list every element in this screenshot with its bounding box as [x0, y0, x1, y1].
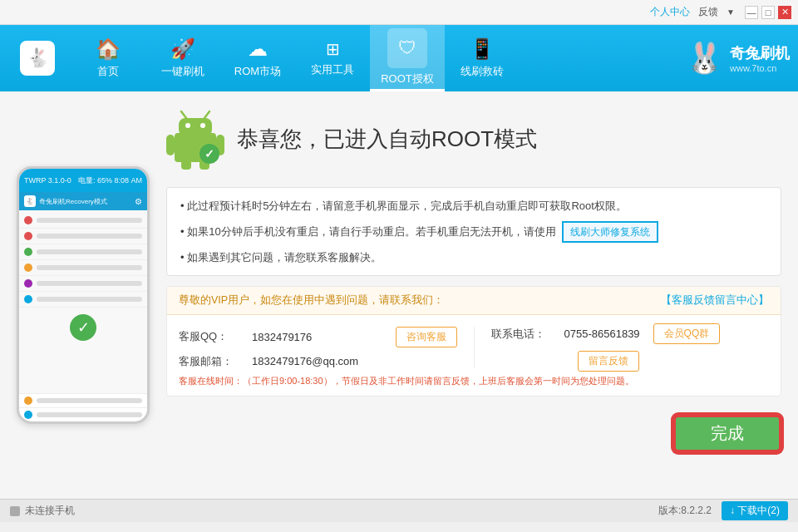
svg-rect-6: [166, 135, 175, 155]
phone-status-right: 电量: 65% 8:08 AM: [78, 175, 142, 186]
phone-app-logo: 🐇: [24, 195, 36, 207]
nav-bar: 🐇 🏠 首页 🚀 一键刷机 ☁ ROM市场 ⊞ 实用工具 🛡 ROOT授权: [0, 25, 798, 91]
close-button[interactable]: ✕: [778, 6, 791, 19]
info-item-1: 此过程预计耗时5分钟左右，请留意手机界面显示，完成后手机自动重启即可获取Root…: [180, 198, 767, 214]
phone-menu-item-5: [19, 276, 147, 292]
brand-url: www.7to.cn: [730, 63, 790, 73]
phone-dot-5: [24, 279, 32, 288]
phone-dot-6: [24, 295, 32, 303]
maximize-button[interactable]: □: [761, 6, 775, 19]
phone-check-icon: ✓: [70, 314, 96, 341]
feedback-center-link[interactable]: 【客服反馈留言中心】: [661, 293, 769, 308]
success-title: 恭喜您，已进入自动ROOT模式: [237, 125, 537, 154]
phone-bottom-item: [19, 393, 147, 407]
vip-phone-value: 0755-86561839: [564, 328, 640, 340]
status-indicator-icon: [10, 506, 20, 516]
phone-menu-item-2: [19, 229, 147, 244]
vip-section: 尊敬的VIP用户，如您在使用中遇到问题，请联系我们： 【客服反馈留言中心】 客服…: [166, 286, 781, 397]
nav-rom-label: ROM市场: [234, 64, 281, 79]
nav-flash-label: 线刷救砖: [461, 64, 504, 79]
brand: 🐰 奇兔刷机 www.7to.cn: [686, 41, 790, 76]
complete-section: 完成: [166, 406, 781, 452]
title-bar-right: 个人中心 反馈 ▼: [650, 5, 735, 19]
flash-icon: 📱: [470, 37, 495, 61]
cloud-icon: ☁: [248, 37, 268, 61]
grid-icon: ⊞: [326, 39, 340, 59]
vip-phone-row2: 留言反馈: [491, 351, 770, 372]
dropdown-icon[interactable]: ▼: [727, 7, 735, 17]
svg-rect-1: [179, 118, 212, 136]
phone-settings-icon: ⚙: [135, 197, 142, 206]
phone-line-6: [37, 297, 142, 302]
vip-header: 尊敬的VIP用户，如您在使用中遇到问题，请联系我们： 【客服反馈留言中心】: [167, 287, 781, 315]
phone-title-bar: 🐇 奇兔刷机Recovery模式 ⚙: [19, 192, 147, 210]
qq-group-button[interactable]: 会员QQ群: [653, 323, 721, 344]
nav-item-home[interactable]: 🏠 首页: [71, 25, 145, 91]
svg-text:✓: ✓: [204, 147, 214, 160]
phone-line-5: [37, 281, 142, 286]
content-area: ✓ 恭喜您，已进入自动ROOT模式 此过程预计耗时5分钟左右，请留意手机界面显示…: [166, 108, 781, 482]
feedback-link[interactable]: 反馈: [698, 5, 718, 19]
nav-home-label: 首页: [97, 64, 119, 79]
nav-items: 🏠 首页 🚀 一键刷机 ☁ ROM市场 ⊞ 实用工具 🛡 ROOT授权 📱 线刷…: [71, 25, 686, 91]
nav-item-onekey[interactable]: 🚀 一键刷机: [145, 25, 220, 91]
phone-dot-1: [24, 216, 32, 224]
version-text: 版本:8.2.2.2: [658, 504, 712, 518]
info-item-3: 如果遇到其它问题，请您联系客服解决。: [180, 249, 767, 266]
nav-tools-label: 实用工具: [311, 62, 354, 77]
nav-root-label: ROOT授权: [381, 71, 434, 86]
phone-dot-8: [24, 411, 32, 419]
vip-header-text: 尊敬的VIP用户，如您在使用中遇到问题，请联系我们：: [179, 294, 444, 306]
vip-qq-label: 客服QQ：: [179, 329, 245, 344]
phone-menu: ✓: [19, 210, 147, 393]
svg-line-5: [204, 111, 209, 118]
info-list: 此过程预计耗时5分钟左右，请留意手机界面显示，完成后手机自动重启即可获取Root…: [180, 198, 767, 265]
nav-item-flash[interactable]: 📱 线刷救砖: [445, 25, 520, 91]
user-center-link[interactable]: 个人中心: [650, 5, 690, 19]
vip-qq-value: 1832479176: [252, 331, 389, 343]
minimize-button[interactable]: —: [745, 6, 758, 19]
phone-line-8: [37, 412, 142, 417]
info-section: 此过程预计耗时5分钟左右，请留意手机界面显示，完成后手机自动重启即可获取Root…: [166, 187, 781, 276]
phone-app-title: 奇兔刷机Recovery模式: [39, 197, 131, 206]
nav-logo: 🐇: [8, 41, 66, 76]
success-header: ✓ 恭喜您，已进入自动ROOT模式: [166, 108, 781, 170]
phone-mockup: TWRP 3.1.0-0 电量: 65% 8:08 AM 🐇 奇兔刷机Recov…: [17, 166, 150, 424]
nav-item-rom[interactable]: ☁ ROM市场: [220, 25, 295, 91]
phone-dot-3: [24, 248, 32, 256]
download-button[interactable]: ↓ 下载中(2): [722, 501, 788, 520]
svg-point-3: [200, 123, 205, 128]
title-bar: 个人中心 反馈 ▼ — □ ✕: [0, 0, 798, 25]
vip-qq-row: 客服QQ： 1832479176 咨询客服: [179, 327, 457, 347]
status-left: 未连接手机: [10, 504, 75, 518]
complete-button[interactable]: 完成: [673, 415, 781, 452]
phone-dot-2: [24, 232, 32, 240]
phone-menu-item-4: [19, 260, 147, 276]
home-icon: 🏠: [96, 37, 121, 61]
device-status: 未连接手机: [25, 504, 75, 518]
consult-service-button[interactable]: 咨询客服: [396, 327, 457, 347]
phone-line-1: [37, 218, 142, 223]
vip-email-label: 客服邮箱：: [179, 354, 245, 369]
nav-item-root[interactable]: 🛡 ROOT授权: [370, 25, 445, 91]
leave-message-button[interactable]: 留言反馈: [578, 351, 639, 372]
main-content: TWRP 3.1.0-0 电量: 65% 8:08 AM 🐇 奇兔刷机Recov…: [0, 91, 798, 499]
repair-link[interactable]: 线刷大师修复系统: [562, 221, 658, 243]
nav-item-tools[interactable]: ⊞ 实用工具: [295, 25, 370, 91]
root-icon-wrapper: 🛡: [387, 28, 427, 68]
phone-check-area: ✓: [19, 308, 147, 347]
rocket-icon: 🚀: [170, 37, 195, 61]
android-robot-icon: ✓: [166, 108, 224, 170]
vip-left-col: 客服QQ： 1832479176 咨询客服 客服邮箱： 1832479176@q…: [179, 327, 457, 369]
root-icon-bg: 🛡: [387, 28, 427, 68]
vip-right-col: 联系电话： 0755-86561839 会员QQ群 留言反馈: [491, 323, 770, 372]
shield-icon: 🛡: [398, 37, 416, 59]
phone-status-left: TWRP 3.1.0-0: [24, 176, 71, 185]
phone-status-bar: TWRP 3.1.0-0 电量: 65% 8:08 AM: [19, 169, 147, 192]
vip-divider: [474, 327, 475, 368]
vip-contacts: 客服QQ： 1832479176 咨询客服 客服邮箱： 1832479176@q…: [179, 323, 769, 372]
logo-icon: 🐇: [20, 41, 55, 76]
phone-menu-item-6: [19, 292, 147, 308]
phone-line-2: [37, 234, 142, 239]
status-right: 版本:8.2.2.2 ↓ 下载中(2): [658, 501, 788, 520]
